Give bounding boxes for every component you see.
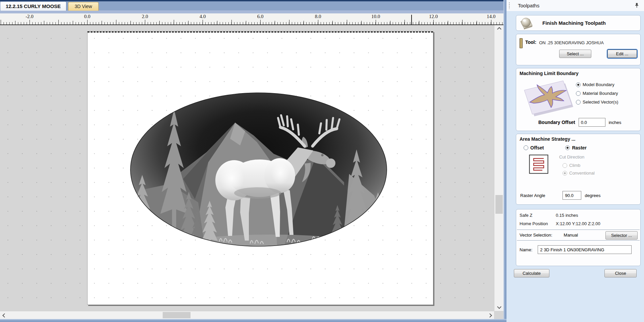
application-window: 12.2.15 CURLY MOOSE 3D View -2.0 0.0 2.0… [0,0,644,322]
ruler-label: 14.0 [481,14,501,19]
radio-label: Offset [530,145,544,150]
close-button[interactable]: Close [604,269,637,277]
boundary-offset-input[interactable] [579,118,605,127]
ruler-label: 4.0 [193,14,213,19]
ruler-ticks [0,19,506,24]
window-frame-right [503,0,506,322]
scroll-left-button[interactable] [0,311,9,319]
radio-label: Climb [569,163,580,168]
model-preview-oval[interactable] [129,92,388,247]
radio-label: Selected Vector(s) [583,100,618,105]
safe-z-value: 0.15 inches [556,213,578,218]
radio-model-boundary[interactable]: Model Boundary [576,82,618,87]
vertical-scrollbar[interactable] [494,25,503,311]
vertical-scrollbar-thumb[interactable] [495,195,503,214]
toolpath-title-box: Finish Machining Toolpath [516,15,641,31]
raster-angle-input[interactable] [562,191,581,200]
chevron-down-icon [497,305,501,309]
home-position-value: X:12.00 Y:12.00 Z:2.00 [556,221,600,226]
radio-raster-strategy[interactable]: Raster [565,145,587,150]
toolpaths-panel-body: Finish Machining Toolpath Tool: ON .25 3… [506,11,644,322]
chevron-up-icon [497,27,501,31]
radio-dot [524,145,528,150]
model-boundary-dashed-line [88,31,433,33]
area-machine-strategy-section: Area Machine Strategy ... Offset Raster [516,134,641,205]
safe-z-label: Safe Z [520,213,556,218]
chevron-left-icon [2,313,7,318]
window-frame-bottom [0,319,506,322]
scroll-right-button[interactable] [485,311,494,319]
home-position-label: Home Position [520,221,556,226]
vector-selector-button[interactable]: Selector ... [605,231,638,240]
toolpaths-panel: Toolpaths [506,0,644,322]
ruler-label: 2.0 [135,14,155,19]
machining-limit-boundary-header: Machining Limit Boundary [516,68,640,76]
work-area: 12.2.15 CURLY MOOSE 3D View -2.0 0.0 2.0… [0,0,506,322]
radio-dot [562,163,567,168]
tool-section: Tool: ON .25 30ENGRAVING JOSHUA Select .… [516,34,641,65]
pin-icon[interactable] [634,3,639,8]
raster-angle-unit: degrees [585,193,600,198]
ruler-label: 6.0 [250,14,270,19]
raster-angle-label: Raster Angle [520,193,545,198]
boundary-offset-unit: inches [609,120,622,125]
radio-label: Raster [572,145,587,150]
toolpaths-panel-header: Toolpaths [506,0,644,11]
ruler-label: 10.0 [366,14,386,19]
engraving-bit-icon [520,38,523,48]
horizontal-scrollbar-thumb[interactable] [163,312,191,318]
divider [517,230,640,230]
radio-offset-strategy[interactable]: Offset [524,145,544,150]
horizontal-ruler: -2.0 0.0 2.0 4.0 6.0 8.0 10.0 12.0 14.0 [0,13,506,25]
panel-gripper[interactable] [508,2,511,9]
toolpath-name-input[interactable] [538,245,632,254]
cut-direction-label: Cut Direction [559,154,595,159]
radio-selected-vectors[interactable]: Selected Vector(s) [576,100,618,105]
view-tab-bar: 12.2.15 CURLY MOOSE 3D View [0,0,506,13]
area-machine-strategy-header: Area Machine Strategy ... [516,134,640,142]
radio-dot [576,82,581,87]
eagle-relief-preview-icon [518,77,575,118]
radio-label: Model Boundary [583,82,614,87]
calculate-button[interactable]: Calculate [514,269,549,277]
vector-selection-label: Vector Selection: [520,233,552,238]
radio-climb: Climb [562,163,595,168]
radio-conventional: Conventional [562,171,595,176]
boundary-offset-label: Boundary Offset [538,120,575,125]
radio-dot [576,100,581,105]
tab-3d-view[interactable]: 3D View [68,2,99,11]
tab-design-view[interactable]: 12.2.15 CURLY MOOSE [0,1,66,11]
radio-material-boundary[interactable]: Material Boundary [576,91,618,96]
tool-edit-button[interactable]: Edit ... [607,50,637,58]
radio-dot [562,171,567,176]
tool-name-value: ON .25 30ENGRAVING JOSHUA [539,40,604,45]
tool-select-button[interactable]: Select ... [559,50,591,58]
radio-dot [565,145,570,150]
material-page[interactable] [87,31,433,305]
chevron-right-icon [488,313,492,318]
tool-label: Tool: [525,40,536,45]
ruler-label: -2.0 [19,14,40,19]
toolpath-form-title: Finish Machining Toolpath [542,20,606,26]
toolpath-settings-section: Safe Z 0.15 inches Home Position X:12.00… [516,209,641,266]
radio-label: Conventional [569,171,595,176]
scroll-up-button[interactable] [494,25,504,34]
canvas-viewport[interactable] [0,25,494,311]
panel-action-buttons: Calculate Close [514,269,637,277]
raster-pattern-icon [529,154,548,174]
panel-title: Toolpaths [518,3,634,8]
toolpath-name-label: Name: [520,247,532,252]
scroll-down-button[interactable] [494,302,504,311]
radio-label: Material Boundary [583,91,618,96]
ruler-cursor-marker [411,15,412,24]
vector-selection-value: Manual [564,233,578,238]
ruler-label: 8.0 [308,14,328,19]
ruler-label: 12.0 [423,14,443,19]
ball-nose-sphere-icon [519,16,533,30]
ruler-label: 0.0 [77,14,97,19]
radio-dot [576,91,581,96]
horizontal-scrollbar[interactable] [0,311,494,319]
divider [517,240,640,241]
machining-limit-boundary-section: Machining Limit Boundary Model Boundary [516,68,641,131]
